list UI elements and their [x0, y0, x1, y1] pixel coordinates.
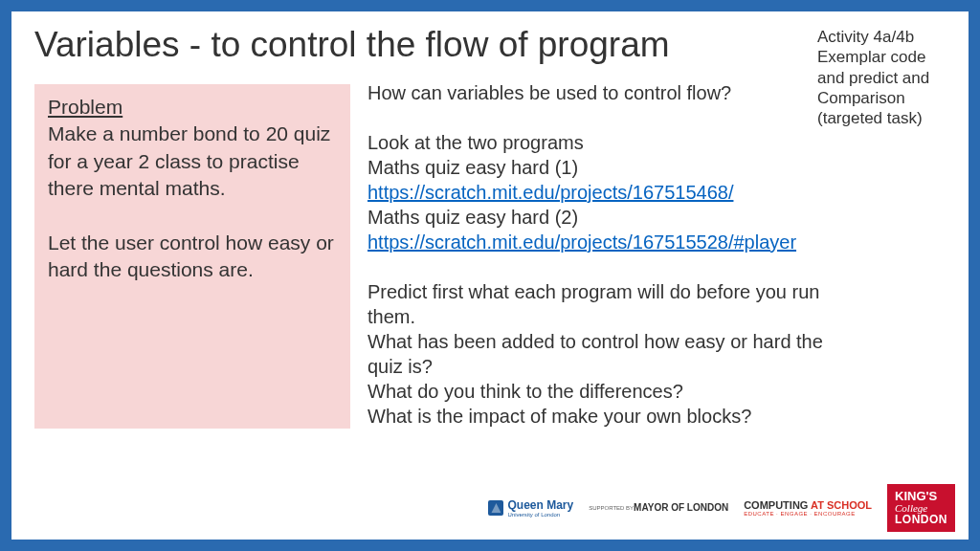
- problem-heading: Problem: [48, 94, 337, 121]
- cas-sub: EDUCATE · ENGAGE · ENCOURAGE: [744, 511, 872, 517]
- predict-line3: What do you think to the differences?: [368, 379, 851, 404]
- mayor-sup: SUPPORTED BY: [589, 505, 634, 511]
- cas-logo: COMPUTING AT SCHOOL EDUCATE · ENGAGE · E…: [744, 500, 872, 517]
- qm-sub: University of London: [507, 512, 573, 518]
- main-text: How can variables be used to control flo…: [368, 80, 851, 429]
- activity-note: Activity 4a/4b Exemplar code and predict…: [817, 27, 951, 128]
- predict-line1: Predict first what each program will do …: [368, 279, 851, 329]
- queen-mary-logo: Queen Mary University of London: [488, 498, 573, 518]
- mayor-text: MAYOR OF LONDON: [634, 503, 728, 513]
- quiz2-link[interactable]: https://scratch.mit.edu/projects/1675155…: [368, 231, 796, 253]
- mayor-logo: SUPPORTED BY MAYOR OF LONDON: [589, 503, 728, 513]
- kcl-college: College: [895, 502, 927, 514]
- slide-title: Variables - to control the flow of progr…: [34, 25, 946, 65]
- footer-logos: Queen Mary University of London SUPPORTE…: [488, 484, 955, 532]
- quiz1-label: Maths quiz easy hard (1): [368, 155, 851, 180]
- slide-container: Variables - to control the flow of progr…: [11, 11, 969, 540]
- cas-comp: COMPUTING: [744, 499, 808, 511]
- quiz2-label: Maths quiz easy hard (2): [368, 205, 851, 230]
- content-row: Problem Make a number bond to 20 quiz fo…: [34, 84, 946, 429]
- kcl-london: LONDON: [895, 513, 947, 526]
- quiz1-link[interactable]: https://scratch.mit.edu/projects/1675154…: [368, 182, 733, 203]
- look-intro: Look at the two programs: [368, 130, 851, 155]
- cas-at: AT SCHOOL: [808, 499, 872, 511]
- qm-text: Queen Mary: [507, 498, 573, 512]
- predict-line2: What has been added to control how easy …: [368, 329, 851, 379]
- problem-box: Problem Make a number bond to 20 quiz fo…: [34, 84, 350, 429]
- question-flow: How can variables be used to control flo…: [368, 80, 851, 105]
- problem-para1: Make a number bond to 20 quiz for a year…: [48, 121, 337, 202]
- problem-para2: Let the user control how easy or hard th…: [48, 230, 337, 284]
- predict-line4: What is the impact of make your own bloc…: [368, 404, 851, 429]
- kcl-logo: KING'S College LONDON: [887, 484, 955, 532]
- crest-icon: [488, 500, 503, 516]
